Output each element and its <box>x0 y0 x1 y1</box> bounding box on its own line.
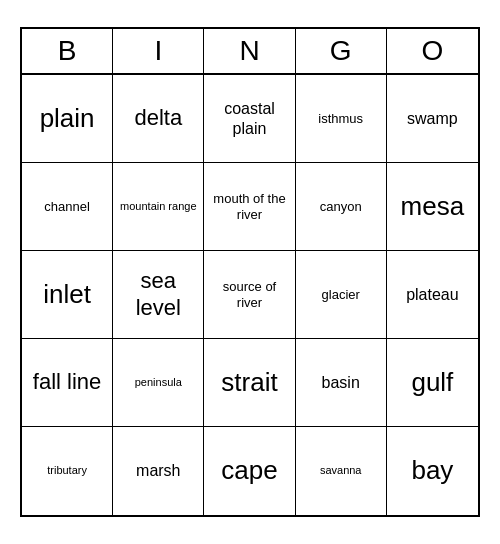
bingo-cell[interactable]: fall line <box>22 339 113 427</box>
cell-label: channel <box>44 199 90 215</box>
bingo-cell[interactable]: glacier <box>296 251 387 339</box>
cell-label: gulf <box>411 367 453 398</box>
bingo-cell[interactable]: peninsula <box>113 339 204 427</box>
cell-label: bay <box>411 455 453 486</box>
cell-label: swamp <box>407 109 458 128</box>
bingo-cell[interactable]: savanna <box>296 427 387 515</box>
bingo-cell[interactable]: plain <box>22 75 113 163</box>
bingo-cell[interactable]: strait <box>204 339 295 427</box>
cell-label: mouth of the river <box>208 191 290 222</box>
cell-label: coastal plain <box>208 99 290 137</box>
cell-label: mountain range <box>120 200 196 213</box>
cell-label: sea level <box>117 268 199 321</box>
cell-label: inlet <box>43 279 91 310</box>
bingo-cell[interactable]: mouth of the river <box>204 163 295 251</box>
header-letter: I <box>113 29 204 73</box>
bingo-grid: plaindeltacoastal plainisthmusswampchann… <box>22 75 478 515</box>
bingo-cell[interactable]: cape <box>204 427 295 515</box>
bingo-cell[interactable]: marsh <box>113 427 204 515</box>
cell-label: cape <box>221 455 277 486</box>
cell-label: delta <box>134 105 182 131</box>
bingo-cell[interactable]: channel <box>22 163 113 251</box>
cell-label: strait <box>221 367 277 398</box>
bingo-cell[interactable]: delta <box>113 75 204 163</box>
bingo-cell[interactable]: basin <box>296 339 387 427</box>
cell-label: plateau <box>406 285 459 304</box>
cell-label: source of river <box>208 279 290 310</box>
bingo-cell[interactable]: gulf <box>387 339 478 427</box>
cell-label: fall line <box>33 369 101 395</box>
header-letter: N <box>204 29 295 73</box>
bingo-cell[interactable]: bay <box>387 427 478 515</box>
header-letter: B <box>22 29 113 73</box>
bingo-cell[interactable]: mesa <box>387 163 478 251</box>
bingo-card: BINGO plaindeltacoastal plainisthmusswam… <box>20 27 480 517</box>
bingo-cell[interactable]: inlet <box>22 251 113 339</box>
bingo-cell[interactable]: canyon <box>296 163 387 251</box>
cell-label: tributary <box>47 464 87 477</box>
bingo-cell[interactable]: mountain range <box>113 163 204 251</box>
header-letter: O <box>387 29 478 73</box>
bingo-cell[interactable]: tributary <box>22 427 113 515</box>
cell-label: marsh <box>136 461 180 480</box>
cell-label: glacier <box>322 287 360 303</box>
bingo-cell[interactable]: plateau <box>387 251 478 339</box>
bingo-cell[interactable]: coastal plain <box>204 75 295 163</box>
cell-label: basin <box>322 373 360 392</box>
cell-label: peninsula <box>135 376 182 389</box>
header-letter: G <box>296 29 387 73</box>
cell-label: canyon <box>320 199 362 215</box>
bingo-header: BINGO <box>22 29 478 75</box>
cell-label: isthmus <box>318 111 363 127</box>
bingo-cell[interactable]: swamp <box>387 75 478 163</box>
cell-label: savanna <box>320 464 362 477</box>
cell-label: mesa <box>401 191 465 222</box>
bingo-cell[interactable]: sea level <box>113 251 204 339</box>
bingo-cell[interactable]: source of river <box>204 251 295 339</box>
cell-label: plain <box>40 103 95 134</box>
bingo-cell[interactable]: isthmus <box>296 75 387 163</box>
